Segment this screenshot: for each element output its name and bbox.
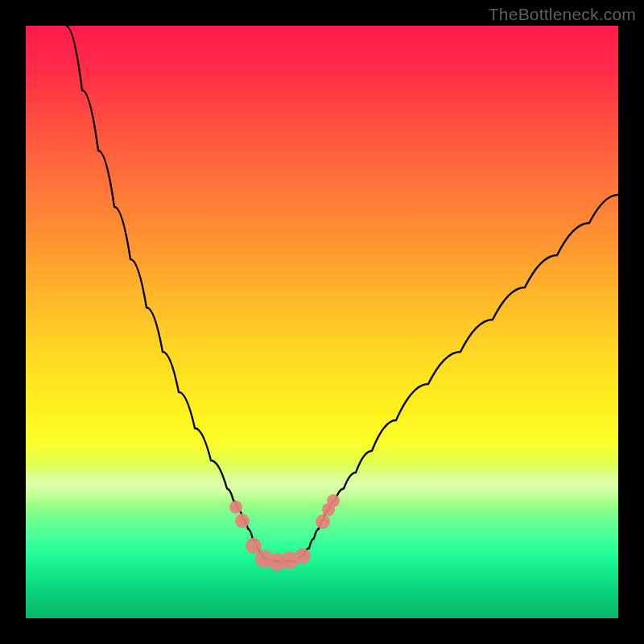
- watermark-text: TheBottleneck.com: [489, 5, 636, 24]
- data-marker: [235, 514, 250, 528]
- marker-layer: [26, 26, 618, 618]
- data-marker: [327, 494, 340, 507]
- chart-frame: TheBottleneck.com: [0, 0, 644, 644]
- data-marker: [316, 514, 330, 529]
- plot-area: [26, 26, 618, 618]
- data-marker: [229, 501, 242, 514]
- data-marker: [295, 548, 311, 564]
